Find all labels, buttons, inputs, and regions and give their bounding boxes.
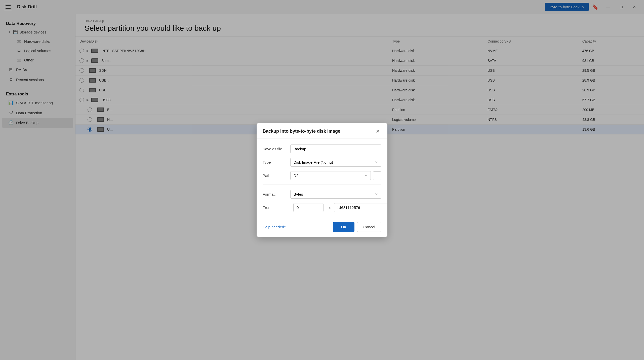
dialog-header: Backup into byte-to-byte disk image ✕ <box>257 123 387 138</box>
dialog-footer: Help needed? OK Cancel <box>257 218 387 237</box>
from-input[interactable] <box>293 203 324 212</box>
cancel-button[interactable]: Cancel <box>357 222 381 232</box>
type-row: Type Disk Image File (*.dmg) ISO Image (… <box>263 158 381 167</box>
format-row: Format: Bytes Sectors <box>263 190 381 199</box>
from-to-row: From: to: <box>263 203 381 212</box>
type-select[interactable]: Disk Image File (*.dmg) ISO Image (*.iso… <box>290 158 381 167</box>
path-browse-button[interactable]: ··· <box>373 171 381 180</box>
backup-dialog: Backup into byte-to-byte disk image ✕ Sa… <box>257 123 387 237</box>
path-select[interactable]: D:\ <box>290 171 371 180</box>
type-label: Type <box>263 160 290 164</box>
to-label: to: <box>327 205 331 210</box>
path-label: Path: <box>263 173 290 178</box>
dialog-body: Save as file Type Disk Image File (*.dmg… <box>257 138 387 218</box>
save-as-file-label: Save as file <box>263 147 290 151</box>
footer-buttons: OK Cancel <box>333 222 381 232</box>
dialog-title: Backup into byte-to-byte disk image <box>263 129 340 134</box>
dialog-close-button[interactable]: ✕ <box>374 128 381 135</box>
format-select[interactable]: Bytes Sectors <box>290 190 381 199</box>
ok-button[interactable]: OK <box>333 222 355 232</box>
to-input[interactable] <box>334 203 387 212</box>
browse-dots-icon: ··· <box>376 174 379 178</box>
help-link[interactable]: Help needed? <box>263 225 286 229</box>
path-row: Path: D:\ ··· <box>263 171 381 180</box>
dialog-divider <box>263 185 381 185</box>
format-label: Format: <box>263 192 290 196</box>
save-as-file-row: Save as file <box>263 145 381 153</box>
path-row-inner: D:\ ··· <box>290 171 381 180</box>
from-label: From: <box>263 205 290 210</box>
save-as-file-input[interactable] <box>290 145 381 153</box>
dialog-overlay: Backup into byte-to-byte disk image ✕ Sa… <box>0 0 644 360</box>
